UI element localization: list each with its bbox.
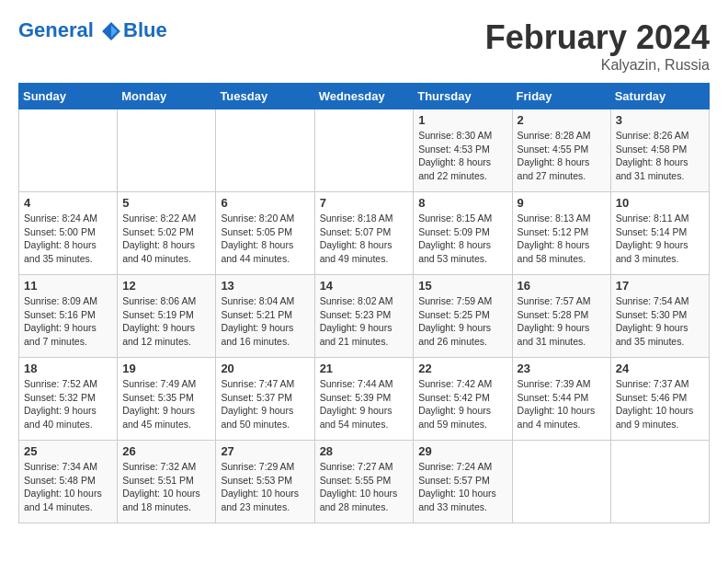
calendar-cell: 13Sunrise: 8:04 AMSunset: 5:21 PMDayligh… [216, 275, 314, 358]
logo-general: General [18, 18, 94, 41]
day-info: Sunrise: 7:59 AMSunset: 5:25 PMDaylight:… [418, 294, 506, 349]
calendar-cell: 26Sunrise: 7:32 AMSunset: 5:51 PMDayligh… [118, 441, 216, 523]
calendar-cell: 15Sunrise: 7:59 AMSunset: 5:25 PMDayligh… [414, 275, 512, 358]
column-header-tuesday: Tuesday [216, 84, 314, 109]
day-info: Sunrise: 7:37 AMSunset: 5:46 PMDaylight:… [616, 377, 704, 431]
calendar-cell [118, 109, 216, 192]
day-number: 28 [320, 444, 409, 458]
calendar-cell [512, 441, 610, 523]
day-number: 14 [320, 279, 409, 293]
calendar-cell: 24Sunrise: 7:37 AMSunset: 5:46 PMDayligh… [610, 358, 709, 441]
day-number: 24 [616, 362, 704, 375]
column-header-monday: Monday [118, 84, 216, 109]
day-info: Sunrise: 8:20 AMSunset: 5:05 PMDaylight:… [221, 212, 309, 266]
day-number: 6 [221, 196, 309, 210]
day-number: 15 [418, 279, 506, 293]
calendar-cell: 17Sunrise: 7:54 AMSunset: 5:30 PMDayligh… [610, 275, 709, 358]
calendar-cell: 25Sunrise: 7:34 AMSunset: 5:48 PMDayligh… [19, 441, 118, 523]
calendar-cell: 14Sunrise: 8:02 AMSunset: 5:23 PMDayligh… [314, 275, 414, 358]
day-number: 9 [518, 196, 606, 210]
day-info: Sunrise: 8:15 AMSunset: 5:09 PMDaylight:… [418, 212, 506, 266]
day-info: Sunrise: 8:06 AMSunset: 5:19 PMDaylight:… [122, 294, 210, 349]
day-info: Sunrise: 7:57 AMSunset: 5:28 PMDaylight:… [518, 294, 606, 349]
day-number: 20 [221, 362, 309, 375]
day-info: Sunrise: 7:32 AMSunset: 5:51 PMDaylight:… [122, 460, 210, 514]
day-number: 23 [518, 362, 606, 375]
day-number: 19 [122, 362, 210, 375]
day-info: Sunrise: 7:44 AMSunset: 5:39 PMDaylight:… [320, 377, 409, 431]
day-number: 12 [122, 279, 210, 293]
calendar-cell: 2Sunrise: 8:28 AMSunset: 4:55 PMDaylight… [512, 109, 610, 192]
day-number: 25 [24, 444, 112, 458]
day-number: 10 [616, 196, 704, 210]
day-number: 3 [616, 113, 704, 127]
calendar-cell: 28Sunrise: 7:27 AMSunset: 5:55 PMDayligh… [314, 441, 414, 523]
day-info: Sunrise: 8:09 AMSunset: 5:16 PMDaylight:… [24, 294, 112, 349]
column-header-friday: Friday [512, 84, 610, 109]
calendar-cell: 18Sunrise: 7:52 AMSunset: 5:32 PMDayligh… [19, 358, 118, 441]
calendar-cell: 22Sunrise: 7:42 AMSunset: 5:42 PMDayligh… [414, 358, 512, 441]
day-number: 4 [24, 196, 112, 210]
day-number: 1 [418, 113, 506, 127]
calendar-cell: 11Sunrise: 8:09 AMSunset: 5:16 PMDayligh… [19, 275, 118, 358]
calendar-subtitle: Kalyazin, Russia [485, 57, 710, 74]
day-number: 5 [122, 196, 210, 210]
day-info: Sunrise: 8:04 AMSunset: 5:21 PMDaylight:… [221, 294, 309, 349]
calendar-cell: 8Sunrise: 8:15 AMSunset: 5:09 PMDaylight… [414, 192, 512, 275]
column-header-wednesday: Wednesday [314, 84, 414, 109]
logo: General Blue [18, 18, 167, 42]
calendar-cell: 5Sunrise: 8:22 AMSunset: 5:02 PMDaylight… [118, 192, 216, 275]
calendar-cell: 27Sunrise: 7:29 AMSunset: 5:53 PMDayligh… [216, 441, 314, 523]
calendar-cell: 16Sunrise: 7:57 AMSunset: 5:28 PMDayligh… [512, 275, 610, 358]
day-number: 22 [418, 362, 506, 375]
day-number: 21 [320, 362, 409, 375]
day-number: 11 [24, 279, 112, 293]
calendar-cell: 21Sunrise: 7:44 AMSunset: 5:39 PMDayligh… [314, 358, 414, 441]
day-info: Sunrise: 7:29 AMSunset: 5:53 PMDaylight:… [221, 460, 309, 514]
calendar-title: February 2024 [485, 18, 710, 57]
calendar-cell [216, 109, 314, 192]
calendar-cell: 9Sunrise: 8:13 AMSunset: 5:12 PMDaylight… [512, 192, 610, 275]
day-number: 16 [518, 279, 606, 293]
day-number: 17 [616, 279, 704, 293]
day-number: 2 [518, 113, 606, 127]
day-info: Sunrise: 8:28 AMSunset: 4:55 PMDaylight:… [518, 129, 606, 183]
calendar-cell: 7Sunrise: 8:18 AMSunset: 5:07 PMDaylight… [314, 192, 414, 275]
calendar-cell: 29Sunrise: 7:24 AMSunset: 5:57 PMDayligh… [414, 441, 512, 523]
day-info: Sunrise: 7:52 AMSunset: 5:32 PMDaylight:… [24, 377, 112, 431]
calendar-cell: 10Sunrise: 8:11 AMSunset: 5:14 PMDayligh… [610, 192, 709, 275]
calendar-cell: 6Sunrise: 8:20 AMSunset: 5:05 PMDaylight… [216, 192, 314, 275]
day-info: Sunrise: 7:54 AMSunset: 5:30 PMDaylight:… [616, 294, 704, 349]
calendar-cell: 1Sunrise: 8:30 AMSunset: 4:53 PMDaylight… [414, 109, 512, 192]
day-info: Sunrise: 8:26 AMSunset: 4:58 PMDaylight:… [616, 129, 704, 183]
calendar-cell [314, 109, 414, 192]
day-info: Sunrise: 8:13 AMSunset: 5:12 PMDaylight:… [518, 212, 606, 266]
day-info: Sunrise: 8:02 AMSunset: 5:23 PMDaylight:… [320, 294, 409, 349]
calendar-cell: 4Sunrise: 8:24 AMSunset: 5:00 PMDaylight… [19, 192, 118, 275]
day-info: Sunrise: 7:42 AMSunset: 5:42 PMDaylight:… [418, 377, 506, 431]
column-header-thursday: Thursday [414, 84, 512, 109]
day-number: 13 [221, 279, 309, 293]
calendar-cell: 12Sunrise: 8:06 AMSunset: 5:19 PMDayligh… [118, 275, 216, 358]
day-info: Sunrise: 8:22 AMSunset: 5:02 PMDaylight:… [122, 212, 210, 266]
day-number: 18 [24, 362, 112, 375]
day-info: Sunrise: 7:34 AMSunset: 5:48 PMDaylight:… [24, 460, 112, 514]
day-info: Sunrise: 8:11 AMSunset: 5:14 PMDaylight:… [616, 212, 704, 266]
title-section: February 2024 Kalyazin, Russia [485, 18, 710, 74]
calendar-cell [610, 441, 709, 523]
logo-icon [101, 21, 121, 41]
day-info: Sunrise: 8:24 AMSunset: 5:00 PMDaylight:… [24, 212, 112, 266]
column-header-sunday: Sunday [19, 84, 118, 109]
day-number: 7 [320, 196, 409, 210]
calendar-cell: 23Sunrise: 7:39 AMSunset: 5:44 PMDayligh… [512, 358, 610, 441]
day-number: 29 [418, 444, 506, 458]
day-number: 27 [221, 444, 309, 458]
day-info: Sunrise: 7:47 AMSunset: 5:37 PMDaylight:… [221, 377, 309, 431]
page-header: General Blue February 2024 Kalyazin, Rus… [18, 18, 710, 74]
day-info: Sunrise: 7:39 AMSunset: 5:44 PMDaylight:… [518, 377, 606, 431]
logo-blue: Blue [123, 18, 167, 42]
column-header-saturday: Saturday [610, 84, 709, 109]
day-info: Sunrise: 7:27 AMSunset: 5:55 PMDaylight:… [320, 460, 409, 514]
day-info: Sunrise: 8:18 AMSunset: 5:07 PMDaylight:… [320, 212, 409, 266]
calendar-table: SundayMondayTuesdayWednesdayThursdayFrid… [18, 83, 710, 523]
